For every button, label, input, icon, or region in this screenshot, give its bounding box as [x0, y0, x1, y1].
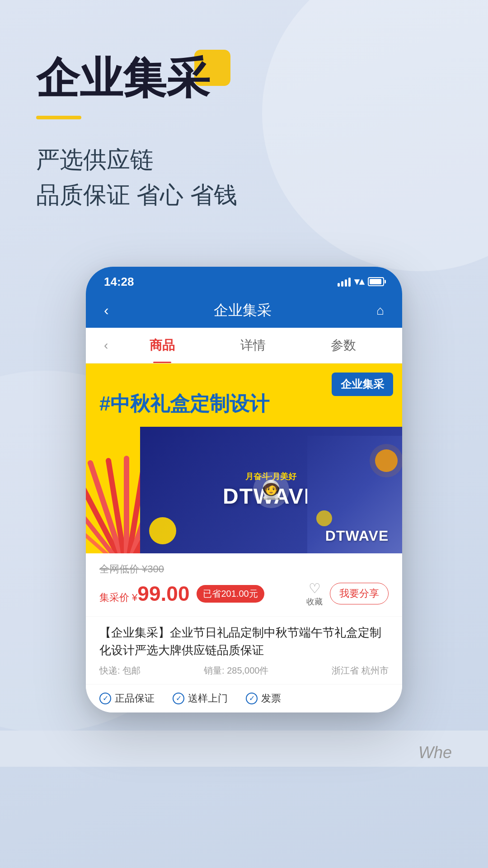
action-buttons: ♡ 收藏 我要分享 [306, 580, 389, 607]
bottom-area: Whe [0, 731, 488, 767]
yellow-underline [36, 116, 81, 119]
wifi-icon: ▾▴ [354, 276, 364, 288]
guarantee-label-3: 发票 [261, 692, 281, 705]
dtwave-text-2: DTWAVE [325, 528, 389, 544]
guarantee-authentic: ✓ 正品保证 [99, 692, 155, 705]
guarantee-label-2: 送样上门 [188, 692, 228, 705]
status-icons: ▾▴ [338, 276, 384, 288]
guarantee-invoice: ✓ 发票 [246, 692, 281, 705]
enterprise-badge: 企业集采 [332, 373, 393, 396]
saved-badge: 已省201.00元 [197, 585, 264, 603]
subtitle: 严选供应链 品质保证 省心 省钱 [36, 142, 452, 212]
tabs-back-icon[interactable]: ‹ [99, 329, 113, 362]
subtitle-line2: 品质保证 省心 省钱 [36, 177, 452, 212]
nav-back-icon[interactable]: ‹ [104, 302, 109, 319]
check-icon-3: ✓ [246, 693, 258, 704]
shipping-info: 快递: 包邮 [99, 665, 141, 677]
sale-price-label: 集采价 ¥99.00 [99, 581, 189, 606]
bottom-text: Whe [418, 743, 452, 762]
phone-mockup: 14:28 ▾▴ ‹ 企业集采 ⌂ [86, 267, 402, 712]
product-meta: 快递: 包邮 销量: 285,000件 浙江省 杭州市 [99, 665, 389, 677]
check-icon-1: ✓ [99, 693, 111, 704]
sale-price-value: 99.00 [137, 582, 189, 605]
phone-status-bar: 14:28 ▾▴ [86, 267, 402, 293]
guarantee-label-1: 正品保证 [115, 692, 155, 705]
nav-title: 企业集采 [214, 301, 272, 321]
signal-icon [338, 277, 351, 287]
location-info: 浙江省 杭州市 [332, 665, 389, 677]
favorite-label: 收藏 [306, 596, 323, 607]
subtitle-line1: 严选供应链 [36, 142, 452, 177]
product-banner: 企业集采 #中秋礼盒定制设计 [86, 363, 402, 553]
favorite-button[interactable]: ♡ 收藏 [306, 580, 323, 607]
price-section: 全网低价 ¥300 集采价 ¥99.00 已省201.00元 ♡ 收藏 我要分享 [86, 553, 402, 616]
header-section: 企业集采 严选供应链 品质保证 省心 省钱 [0, 0, 488, 240]
phone-nav-bar: ‹ 企业集采 ⌂ [86, 293, 402, 328]
guarantee-sample: ✓ 送样上门 [173, 692, 228, 705]
check-icon-2: ✓ [173, 693, 184, 704]
guarantee-bar: ✓ 正品保证 ✓ 送样上门 ✓ 发票 [86, 684, 402, 712]
home-icon[interactable]: ⌂ [376, 303, 384, 318]
phone-container: 14:28 ▾▴ ‹ 企业集采 ⌂ [0, 267, 488, 731]
background-container: 企业集采 严选供应链 品质保证 省心 省钱 14:28 ▾▴ [0, 0, 488, 868]
tab-detail[interactable]: 详情 [208, 328, 298, 363]
share-button[interactable]: 我要分享 [330, 583, 389, 604]
banner-hashtag: #中秋礼盒定制设计 [99, 391, 269, 417]
tab-params[interactable]: 参数 [298, 328, 389, 363]
product-title: 【企业集采】企业节日礼品定制中秋节端午节礼盒定制化设计严选大牌供应链品质保证 [99, 624, 389, 659]
price-row: 集采价 ¥99.00 已省201.00元 [99, 581, 302, 606]
battery-icon [368, 277, 384, 286]
original-price: 全网低价 ¥300 [99, 562, 389, 576]
product-description: 【企业集采】企业节日礼品定制中秋节端午节礼盒定制化设计严选大牌供应链品质保证 快… [86, 616, 402, 684]
heart-icon: ♡ [309, 580, 321, 596]
status-time: 14:28 [104, 275, 134, 289]
sales-count: 销量: 285,000件 [204, 665, 268, 677]
main-title: 企业集采 [36, 54, 452, 102]
tab-product[interactable]: 商品 [117, 328, 207, 363]
product-tabs: ‹ 商品 详情 参数 [86, 328, 402, 363]
